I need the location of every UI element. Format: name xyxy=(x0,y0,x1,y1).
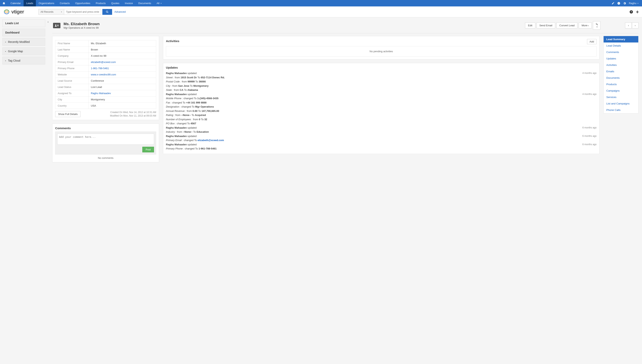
update-to[interactable]: elizabeth@xceed.com xyxy=(198,139,224,142)
detail-value[interactable]: elizabeth@xceed.com xyxy=(89,59,156,65)
advanced-search-link[interactable]: Advanced xyxy=(115,10,126,13)
update-to: Acquired xyxy=(195,114,206,116)
sidebar-dashboard[interactable]: Dashboard xyxy=(2,29,45,36)
update-to: 1-961-788-5461 xyxy=(199,147,217,150)
right-tab-list-and-campaigns[interactable]: List and Campaigns xyxy=(603,100,638,107)
add-icon[interactable]: + xyxy=(636,9,639,14)
update-field: Annual Revenue : xyxy=(166,110,187,112)
update-field: Number of Employees : xyxy=(166,118,193,121)
svg-point-2 xyxy=(5,11,8,13)
update-to: 1-(345)-4566-3435 xyxy=(197,97,218,100)
right-tab-emails[interactable]: Emails xyxy=(603,68,638,75)
sub-header: vtiger All Records▾ Advanced ? + xyxy=(0,6,642,17)
convert-lead-button[interactable]: Convert Lead xyxy=(556,22,577,28)
svg-text:?: ? xyxy=(630,10,632,13)
nav-item-organizations[interactable]: Organizations xyxy=(36,0,57,6)
post-comment-button[interactable]: Post xyxy=(142,147,154,152)
detail-value: Lost Lead xyxy=(89,84,156,90)
svg-rect-9 xyxy=(57,25,59,25)
detail-row: CityMontgomery xyxy=(55,96,156,103)
nav-home[interactable] xyxy=(0,0,8,6)
update-field: Industry : xyxy=(166,130,177,133)
nav-item-invoice[interactable]: Invoice xyxy=(122,0,136,6)
update-to: 147,700,665.00 xyxy=(202,110,219,112)
info-icon[interactable]: i xyxy=(617,2,620,5)
sidebar-widget-google-map[interactable]: ▸Google Map xyxy=(2,47,45,55)
update-entry: Raghu Mahaadev updated6 months ago xyxy=(166,134,596,138)
right-tab-phone-calls[interactable]: Phone Calls xyxy=(603,107,638,113)
show-full-details-button[interactable]: Show Full Details xyxy=(55,111,81,117)
right-tab-documents[interactable]: Documents xyxy=(603,75,638,81)
update-line: Annual Revenue : from 0.00 To 147,700,66… xyxy=(166,109,596,113)
right-tab-products[interactable]: Products xyxy=(603,81,638,88)
update-entry: Raghu Mahaadev updated4 months ago xyxy=(166,92,596,96)
detail-label: City xyxy=(55,96,89,103)
top-navbar: CalendarLeadsOrganizationsContactsOpport… xyxy=(0,0,642,6)
search-button[interactable] xyxy=(102,9,112,15)
pencil-icon[interactable] xyxy=(611,2,614,5)
detail-row: CompanyX-ceed inc 99 xyxy=(55,53,156,59)
nav-item-quotes[interactable]: Quotes xyxy=(108,0,122,6)
comment-textarea[interactable] xyxy=(57,134,154,144)
update-field: City : xyxy=(166,84,172,87)
update-verb: updated xyxy=(188,143,197,146)
update-verb: updated xyxy=(188,135,197,138)
right-tab-updates[interactable]: Updates xyxy=(603,55,638,62)
record-header: Ms. Elizabeth Brown Mgr Operations at X-… xyxy=(52,19,638,33)
update-line: Rating : from --None-- To Acquired xyxy=(166,113,596,117)
sidebar-collapse-icon[interactable]: ‹ xyxy=(48,20,50,24)
nav-item-leads[interactable]: Leads xyxy=(24,0,36,6)
detail-row: First NameMs. Elizabeth xyxy=(55,40,156,46)
update-entry: Raghu Mahaadev updated6 months ago xyxy=(166,143,596,146)
right-tab-services[interactable]: Services xyxy=(603,94,638,100)
detail-value[interactable]: www.x-ceedinc99.com xyxy=(89,72,156,78)
search-scope-select[interactable]: All Records▾ xyxy=(39,9,64,15)
activities-title: Activities xyxy=(166,39,179,43)
nav-item-products[interactable]: Products xyxy=(93,0,108,6)
sidebar-widget-tag-cloud[interactable]: ▸Tag Cloud xyxy=(2,57,45,64)
user-menu[interactable]: Raghu▾ xyxy=(629,2,638,5)
update-verb: updated xyxy=(188,93,197,96)
tools-button[interactable]: ▾ xyxy=(593,21,600,30)
contact-card-icon xyxy=(53,23,61,28)
update-line: Primary Phone : changed To 1-961-788-546… xyxy=(166,147,596,151)
prev-record-button[interactable]: ‹ xyxy=(625,22,632,28)
update-field: Fax : xyxy=(166,101,172,104)
detail-value: Conference xyxy=(89,78,156,84)
nav-item-opportunities[interactable]: Opportunities xyxy=(73,0,93,6)
update-line: Street : from 1915 Scott Dr To 652-7114 … xyxy=(166,76,596,80)
next-record-button[interactable]: › xyxy=(632,22,638,28)
chevron-left-icon: ‹ xyxy=(628,24,629,27)
right-tab-activities[interactable]: Activities xyxy=(603,62,638,68)
nav-item-contacts[interactable]: Contacts xyxy=(57,0,72,6)
update-to: +44 161 999 8888 xyxy=(186,101,207,104)
edit-button[interactable]: Edit xyxy=(525,22,535,28)
right-tab-comments[interactable]: Comments xyxy=(603,49,638,55)
svg-point-3 xyxy=(106,11,108,12)
update-to: Mgr Operations xyxy=(195,105,214,108)
update-to: 36066 xyxy=(199,80,206,83)
detail-value[interactable]: 1-961-788-5461 xyxy=(89,65,156,72)
detail-value[interactable]: Raghu Mahaadev xyxy=(89,90,156,96)
right-tab-lead-summary[interactable]: Lead Summary xyxy=(603,36,638,42)
send-email-button[interactable]: Send Email xyxy=(536,22,555,28)
add-activity-button[interactable]: Add xyxy=(587,39,596,44)
wrench-icon xyxy=(595,23,598,25)
right-tab-lead-details[interactable]: Lead Details xyxy=(603,42,638,49)
right-tab-campaigns[interactable]: Campaigns xyxy=(603,88,638,94)
detail-row: Primary Emailelizabeth@xceed.com xyxy=(55,59,156,65)
update-to: Alabama xyxy=(187,88,198,92)
gear-icon[interactable] xyxy=(623,2,626,5)
help-icon[interactable]: ? xyxy=(629,10,633,14)
update-actor: Raghu Mahaadev xyxy=(166,143,188,146)
nav-item-documents[interactable]: Documents xyxy=(136,0,154,6)
more-button[interactable]: More xyxy=(579,22,592,28)
svg-point-8 xyxy=(55,24,56,26)
sidebar-widget-recently-modified[interactable]: ▸Recently Modified xyxy=(2,38,45,46)
nav-item-calendar[interactable]: Calendar xyxy=(8,0,24,6)
sidebar-leads-list[interactable]: Leads List xyxy=(2,19,45,27)
nav-item-all[interactable]: All▾ xyxy=(154,0,164,6)
brand[interactable]: vtiger xyxy=(3,9,36,15)
brand-logo-icon xyxy=(3,9,10,15)
search-input[interactable] xyxy=(64,9,101,15)
